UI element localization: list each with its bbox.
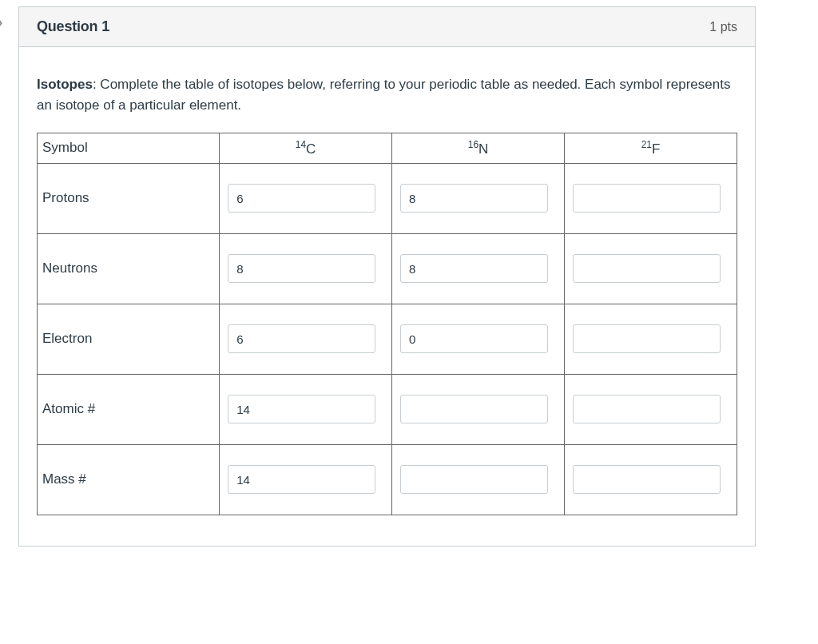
isotopes-table: Symbol 14C 16N 21F Protons <box>37 133 737 515</box>
protons-f-input[interactable] <box>573 184 721 213</box>
table-header-row: Symbol 14C 16N 21F <box>38 133 737 163</box>
neutrons-f-input[interactable] <box>573 254 721 283</box>
row-label-atomic: Atomic # <box>38 374 220 444</box>
isotope-col-n: 16N <box>392 133 565 163</box>
row-label-electron: Electron <box>38 304 220 374</box>
isotope-mass-f: 21 <box>641 139 652 150</box>
row-label-protons: Protons <box>38 163 220 233</box>
isotope-mass-c: 14 <box>296 139 306 150</box>
electron-f-input[interactable] <box>573 324 721 353</box>
protons-n-input[interactable] <box>400 184 548 213</box>
isotope-letter-c: C <box>306 141 316 157</box>
question-title: Question 1 <box>37 18 109 35</box>
neutrons-c-input[interactable] <box>228 254 375 283</box>
atomic-n-input[interactable] <box>400 395 548 423</box>
isotope-col-c: 14C <box>220 133 392 163</box>
row-label-mass: Mass # <box>38 444 220 515</box>
protons-c-input[interactable] <box>228 184 375 213</box>
instructions-text: : Complete the table of isotopes below, … <box>37 77 730 113</box>
table-row: Electron <box>38 304 737 374</box>
question-body: Isotopes: Complete the table of isotopes… <box>19 47 755 546</box>
atomic-f-input[interactable] <box>573 395 721 423</box>
electron-n-input[interactable] <box>400 324 548 353</box>
isotope-col-f: 21F <box>565 133 737 163</box>
symbol-header-cell: Symbol <box>38 133 220 163</box>
isotope-mass-n: 16 <box>468 139 478 150</box>
table-row: Protons <box>38 163 737 233</box>
neutrons-n-input[interactable] <box>400 254 548 283</box>
atomic-c-input[interactable] <box>228 395 375 423</box>
question-header: Question 1 1 pts <box>19 7 755 47</box>
question-card: Question 1 1 pts Isotopes: Complete the … <box>18 6 756 547</box>
isotope-letter-f: F <box>652 141 660 157</box>
question-points: 1 pts <box>709 20 737 34</box>
row-label-neutrons: Neutrons <box>38 233 220 304</box>
mass-n-input[interactable] <box>400 465 548 494</box>
question-instructions: Isotopes: Complete the table of isotopes… <box>37 74 737 117</box>
mass-c-input[interactable] <box>228 465 375 494</box>
table-row: Mass # <box>38 444 737 515</box>
mass-f-input[interactable] <box>573 465 721 494</box>
instructions-lead: Isotopes <box>37 77 93 92</box>
chevron-right-icon <box>0 14 10 30</box>
electron-c-input[interactable] <box>228 324 375 353</box>
table-row: Neutrons <box>38 233 737 304</box>
isotope-letter-n: N <box>478 141 488 157</box>
table-row: Atomic # <box>38 374 737 444</box>
